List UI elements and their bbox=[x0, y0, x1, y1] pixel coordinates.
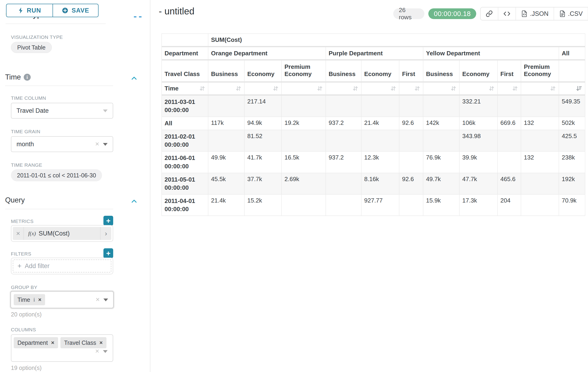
time-range-pill[interactable]: 2011-01-01 ≤ col < 2011-06-30 bbox=[11, 169, 102, 181]
add-filter-dropzone[interactable]: + Add filter bbox=[13, 259, 111, 273]
control-panel: Chart Type RUN SAVE VISUALIZATION TYPE P… bbox=[0, 0, 150, 372]
pivot-value-cell: 425.5 bbox=[559, 130, 585, 151]
sort-desc-header[interactable] bbox=[559, 82, 585, 95]
sort-header[interactable] bbox=[399, 82, 423, 95]
pivot-value-cell bbox=[361, 95, 399, 117]
chevron-up-icon[interactable] bbox=[131, 198, 137, 205]
group-header: All bbox=[559, 47, 585, 60]
sort-header[interactable] bbox=[498, 82, 521, 95]
sort-header[interactable] bbox=[460, 82, 498, 95]
sort-header[interactable] bbox=[423, 82, 460, 95]
pivot-value-cell bbox=[399, 130, 423, 151]
export-button-group: .JSON .CSV bbox=[480, 7, 588, 21]
json-file-icon bbox=[521, 10, 528, 17]
group-header: Orange Department bbox=[208, 47, 326, 60]
pivot-value-cell: 94.9k bbox=[244, 117, 282, 130]
time-column-value: Travel Date bbox=[17, 107, 49, 114]
pivot-value-cell bbox=[208, 95, 244, 117]
export-json-button[interactable]: .JSON bbox=[515, 7, 554, 20]
scrolled-icon-fragment bbox=[139, 16, 142, 17]
sort-header[interactable] bbox=[208, 82, 244, 95]
plus-icon: + bbox=[17, 263, 22, 269]
add-metric-button[interactable]: + bbox=[104, 216, 113, 225]
clear-icon[interactable]: × bbox=[95, 347, 99, 355]
metric-header: SUM(Cost) bbox=[208, 34, 585, 47]
filters-box: + Add filter bbox=[11, 258, 113, 274]
run-button[interactable]: RUN bbox=[6, 4, 53, 17]
pivot-value-cell: 217.14 bbox=[244, 95, 282, 117]
table-row: 2011-04-0100:00:0021.4k15.2k927.7715.9k1… bbox=[162, 194, 585, 216]
pivot-value-cell: 343.98 bbox=[460, 130, 498, 151]
row-label: 2011-02-0100:00:00 bbox=[162, 130, 208, 151]
chart-toolbar: 26 rows 00:00:00.18 .JSON .CSV bbox=[393, 7, 588, 21]
add-filter-button[interactable]: + bbox=[104, 248, 113, 258]
time-sort-header[interactable]: Time bbox=[162, 82, 208, 95]
chevron-up-icon[interactable] bbox=[131, 75, 137, 82]
columns-chip-department[interactable]: Department× bbox=[14, 337, 58, 348]
column-header: Economy bbox=[361, 60, 399, 82]
row-dimension-header: Department bbox=[162, 47, 208, 60]
remove-chip-icon[interactable]: × bbox=[51, 340, 54, 346]
pivot-value-cell bbox=[326, 173, 361, 194]
lightning-icon bbox=[18, 7, 23, 14]
sort-header[interactable] bbox=[326, 82, 361, 95]
pivot-table: SUM(Cost)DepartmentOrange DepartmentPurp… bbox=[161, 33, 585, 216]
pivot-value-cell: 937.2 bbox=[326, 117, 361, 130]
sort-header[interactable] bbox=[361, 82, 399, 95]
columns-select[interactable]: Department×Travel Class× × bbox=[11, 334, 113, 362]
row-count-badge: 26 rows bbox=[393, 8, 424, 19]
group-by-label: GROUP BY bbox=[11, 285, 37, 290]
clear-icon[interactable]: × bbox=[95, 296, 100, 303]
remove-metric-icon[interactable]: × bbox=[13, 227, 24, 240]
pivot-value-cell: 132 bbox=[521, 117, 559, 130]
save-button[interactable]: SAVE bbox=[53, 4, 99, 17]
code-icon bbox=[504, 10, 510, 17]
time-grain-select[interactable]: month × bbox=[11, 136, 113, 152]
pivot-value-cell bbox=[521, 95, 559, 117]
columns-label: COLUMNS bbox=[11, 327, 36, 332]
remove-chip-icon[interactable]: × bbox=[38, 297, 41, 303]
chip-label: Department bbox=[17, 340, 48, 346]
sort-header[interactable] bbox=[244, 82, 282, 95]
columns-chip-travel-class[interactable]: Travel Class× bbox=[60, 337, 106, 348]
pivot-value-cell bbox=[521, 173, 559, 194]
pivot-value-cell: 92.6 bbox=[399, 173, 423, 194]
group-by-chip-time[interactable]: Timei× bbox=[14, 294, 45, 305]
pivot-value-cell: 37.7k bbox=[244, 173, 282, 194]
pivot-value-cell: 15.2k bbox=[244, 194, 282, 216]
time-column-select[interactable]: Travel Date bbox=[11, 103, 113, 118]
divider bbox=[5, 209, 113, 209]
pivot-value-cell bbox=[498, 130, 521, 151]
group-header: Yellow Department bbox=[423, 47, 559, 60]
chip-label: Time bbox=[17, 297, 30, 303]
query-timer-badge: 00:00:00.18 bbox=[428, 8, 476, 19]
table-row: All117k94.9k19.2k937.221.4k92.6142k106k6… bbox=[162, 117, 585, 130]
row-label: 2011-04-0100:00:00 bbox=[162, 194, 208, 216]
pivot-value-cell bbox=[498, 151, 521, 173]
column-header: Economy bbox=[244, 60, 282, 82]
link-icon bbox=[486, 10, 493, 17]
pivot-value-cell bbox=[282, 194, 326, 216]
chevron-right-icon[interactable]: › bbox=[100, 227, 111, 240]
table-row: 2011-03-0100:00:00217.14332.21549.35 bbox=[162, 95, 585, 117]
query-section-title: Query bbox=[5, 196, 25, 204]
time-grain-label: TIME GRAIN bbox=[11, 129, 41, 134]
row-label: 2011-03-0100:00:00 bbox=[162, 95, 208, 117]
pivot-value-cell: 92.6 bbox=[399, 117, 423, 130]
sort-header[interactable] bbox=[282, 82, 326, 95]
share-link-button[interactable] bbox=[481, 7, 498, 20]
clear-icon[interactable]: × bbox=[95, 140, 99, 148]
pivot-value-cell: 2.69k bbox=[282, 173, 326, 194]
info-icon[interactable]: i bbox=[24, 74, 31, 81]
embed-code-button[interactable] bbox=[498, 7, 515, 20]
pivot-value-cell: 117k bbox=[208, 117, 244, 130]
remove-chip-icon[interactable]: × bbox=[99, 340, 103, 346]
sort-header[interactable] bbox=[521, 82, 559, 95]
export-csv-button[interactable]: .CSV bbox=[554, 7, 588, 20]
export-csv-label: .CSV bbox=[568, 10, 583, 17]
pivot-value-cell: 17.3k bbox=[460, 194, 498, 216]
group-by-select[interactable]: Timei× × bbox=[10, 291, 114, 308]
viz-type-pill[interactable]: Pivot Table bbox=[11, 42, 52, 53]
chart-title[interactable]: - untitled bbox=[159, 6, 194, 17]
metric-chip[interactable]: × f(x) SUM(Cost) › bbox=[13, 227, 111, 240]
